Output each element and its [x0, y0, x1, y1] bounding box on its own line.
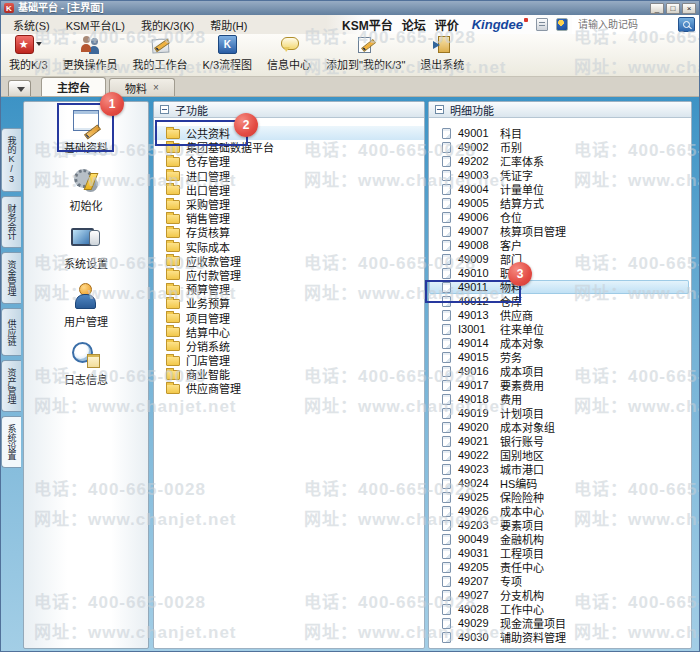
subfunction-folder-row[interactable]: 应收款管理	[154, 254, 424, 268]
detail-function-row[interactable]: 49205 责任中心	[429, 560, 689, 574]
detail-function-row[interactable]: 49207 专项	[429, 574, 689, 588]
detail-function-row[interactable]: 49009 部门	[429, 252, 689, 266]
detail-function-row[interactable]: 49203 要素项目	[429, 518, 689, 532]
detail-function-row[interactable]: 49019 计划项目	[429, 406, 689, 420]
detail-function-row[interactable]: 49025 保险险种	[429, 490, 689, 504]
detail-function-row[interactable]: 49002 币别	[429, 140, 689, 154]
detail-function-row[interactable]: I3001 往来单位	[429, 322, 689, 336]
search-button[interactable]	[678, 17, 695, 32]
detail-function-row[interactable]: 49027 分支机构	[429, 588, 689, 602]
page-icon	[442, 212, 451, 223]
subfunction-folder-row[interactable]: 存货核算	[154, 225, 424, 239]
detail-function-row[interactable]: 49030 辅助资料管理	[429, 630, 689, 644]
subfunction-folder-row[interactable]: 供应商管理	[154, 381, 424, 395]
menu-item[interactable]: 系统(S)	[5, 15, 58, 35]
detail-function-row[interactable]: 49006 仓位	[429, 210, 689, 224]
subfunction-folder-row[interactable]: 门店管理	[154, 353, 424, 367]
menu-items: 系统(S)KSM平台(L)我的K/3(K)帮助(H)	[5, 15, 255, 35]
collapse-panel-icon[interactable]	[435, 105, 444, 114]
subfunction-folder-row[interactable]: 采购管理	[154, 197, 424, 211]
subfunction-folder-row[interactable]: 项目管理	[154, 310, 424, 324]
icon-panel-item[interactable]: 系统设置	[64, 225, 108, 271]
detail-function-row[interactable]: 49028 工作中心	[429, 602, 689, 616]
icon-panel-item[interactable]: 用户管理	[64, 283, 108, 329]
sidebar-tab[interactable]: 资金管理	[1, 252, 21, 304]
portal-link[interactable]: 评价	[435, 16, 459, 33]
detail-function-row[interactable]: 49029 现金流量项目	[429, 616, 689, 630]
detail-function-row[interactable]: 49026 成本中心	[429, 504, 689, 518]
favorite-icon[interactable]	[556, 18, 568, 31]
maximize-button[interactable]: □	[666, 3, 680, 14]
icon-panel-item[interactable]: 初始化	[70, 167, 103, 213]
toolbar-button[interactable]: 信息中心	[267, 35, 311, 72]
subfunction-folder-row[interactable]: 出口管理	[154, 183, 424, 197]
collapse-panel-icon[interactable]	[160, 105, 169, 114]
icon-panel-item[interactable]: 日志信息	[64, 341, 108, 387]
menu-item[interactable]: KSM平台(L)	[58, 15, 133, 35]
toolbar-button[interactable]: 添加到"我的K/3"	[326, 35, 405, 72]
toolbar-button[interactable]: 我的K/3	[9, 35, 48, 72]
subfunction-folder-row[interactable]: 进口管理	[154, 169, 424, 183]
detail-function-row[interactable]: 49008 客户	[429, 238, 689, 252]
detail-function-row[interactable]: 49014 成本对象	[429, 336, 689, 350]
toolbar-button[interactable]: K/3流程图	[203, 35, 253, 72]
detail-function-list: 49001 科目 49002 币别 49202 汇率体系 490	[429, 118, 691, 644]
sidebar-tab[interactable]: 资产管理	[1, 360, 21, 412]
notepad-icon[interactable]	[536, 18, 548, 31]
detail-function-row[interactable]: 49010 职员	[429, 266, 689, 280]
tab[interactable]: 主控台	[41, 77, 106, 96]
detail-function-row[interactable]: 49023 城市港口	[429, 462, 689, 476]
subfunction-folder-row[interactable]: 分销系统	[154, 339, 424, 353]
subfunction-folder-row[interactable]: 销售管理	[154, 211, 424, 225]
minimize-button[interactable]: _	[650, 3, 664, 14]
title-bar: K 基础平台 - [主界面] _ □ ×	[1, 1, 699, 15]
mnemonic-search-input[interactable]	[578, 17, 674, 32]
folder-icon	[166, 285, 180, 295]
detail-function-row[interactable]: 49003 凭证字	[429, 168, 689, 182]
toolbar-button[interactable]: 退出系统	[420, 35, 464, 72]
detail-function-row[interactable]: 49024 HS编码	[429, 476, 689, 490]
detail-function-row[interactable]: 90049 金融机构	[429, 532, 689, 546]
subfunction-folder-row[interactable]: 结算中心	[154, 325, 424, 339]
detail-function-row[interactable]: 49007 核算项目管理	[429, 224, 689, 238]
function-code: 49024	[458, 477, 500, 489]
subfunction-folder-row[interactable]: 应付款管理	[154, 268, 424, 282]
sidebar-tab[interactable]: 我的K/3	[1, 128, 21, 192]
detail-function-row[interactable]: 49016 成本项目	[429, 364, 689, 378]
info-center-icon	[280, 35, 299, 54]
annotation-step-2: 2	[234, 113, 258, 137]
detail-function-row[interactable]: 49004 计量单位	[429, 182, 689, 196]
detail-function-row[interactable]: 49013 供应商	[429, 308, 689, 322]
folder-label: 供应商管理	[186, 380, 241, 396]
subfunction-folder-row[interactable]: 实际成本	[154, 240, 424, 254]
detail-function-row[interactable]: 49015 劳务	[429, 350, 689, 364]
page-icon	[442, 366, 451, 377]
subfunction-folder-row[interactable]: 预算管理	[154, 282, 424, 296]
detail-function-row[interactable]: 49021 银行账号	[429, 434, 689, 448]
portal-link[interactable]: KSM平台	[342, 16, 393, 33]
detail-function-row[interactable]: 49031 工程项目	[429, 546, 689, 560]
detail-function-row[interactable]: 49202 汇率体系	[429, 154, 689, 168]
subfunction-folder-row[interactable]: 业务预算	[154, 296, 424, 310]
detail-function-row[interactable]: 49020 成本对象组	[429, 420, 689, 434]
tab-close-icon[interactable]: ×	[153, 83, 159, 93]
menu-item[interactable]: 我的K/3(K)	[133, 15, 202, 35]
subfunction-folder-row[interactable]: 仓存管理	[154, 154, 424, 168]
toolbar-button[interactable]: 我的工作台	[133, 35, 188, 72]
portal-link[interactable]: 论坛	[402, 16, 426, 33]
subfunction-folder-row[interactable]: 商业智能	[154, 367, 424, 381]
detail-function-row[interactable]: 49022 国别地区	[429, 448, 689, 462]
function-code: 49029	[458, 617, 500, 629]
sidebar-tab[interactable]: 财务会计	[1, 196, 21, 248]
close-button[interactable]: ×	[682, 3, 696, 14]
detail-function-row[interactable]: 49005 结算方式	[429, 196, 689, 210]
dropdown-caret-icon[interactable]	[36, 42, 42, 46]
sidebar-tab[interactable]: 系统设置	[1, 416, 21, 468]
detail-function-row[interactable]: 49001 科目	[429, 126, 689, 140]
toolbar-button[interactable]: 更换操作员	[63, 35, 118, 72]
sidebar-tab[interactable]: 供应链	[1, 308, 21, 356]
detail-function-row[interactable]: 49018 费用	[429, 392, 689, 406]
tab-list-dropdown-button[interactable]	[8, 80, 31, 96]
menu-item[interactable]: 帮助(H)	[202, 15, 255, 35]
detail-function-row[interactable]: 49017 要素费用	[429, 378, 689, 392]
